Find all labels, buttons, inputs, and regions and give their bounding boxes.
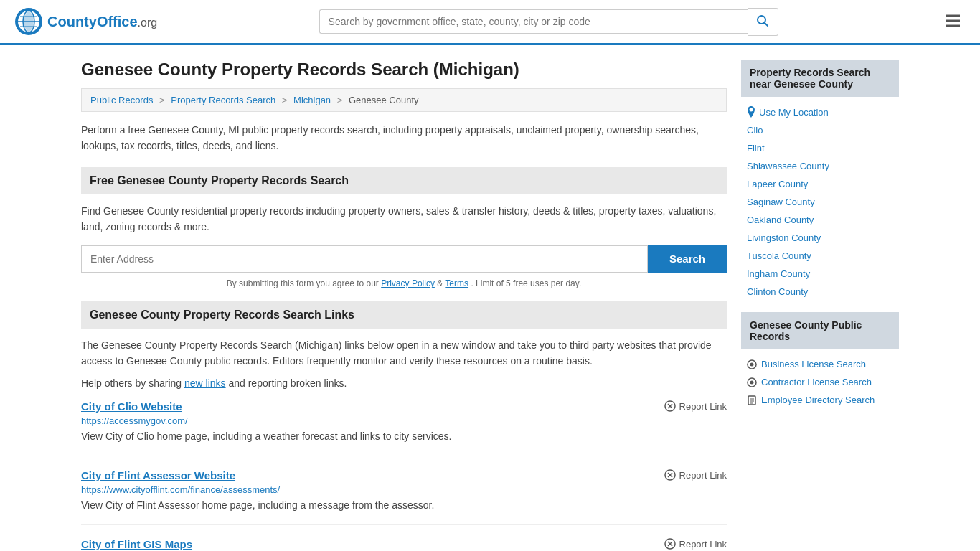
menu-button[interactable] xyxy=(940,8,966,36)
address-input[interactable] xyxy=(81,245,648,273)
links-section: Genesee County Property Records Search L… xyxy=(81,301,727,551)
hamburger-icon xyxy=(944,12,961,29)
links-section-header: Genesee County Property Records Search L… xyxy=(81,301,727,329)
sidebar-nearby-section: Property Records Search near Genesee Cou… xyxy=(741,60,899,301)
svg-point-21 xyxy=(750,362,754,366)
free-search-description: Find Genesee County residential property… xyxy=(81,203,727,235)
sidebar-link-shiawassee[interactable]: Shiawassee County xyxy=(741,157,899,175)
gear-icon xyxy=(747,359,757,369)
page-description: Perform a free Genesee County, MI public… xyxy=(81,122,727,154)
disclaimer-limit: . Limit of 5 free uses per day. xyxy=(471,278,581,288)
main-layout: Genesee County Property Records Search (… xyxy=(67,45,913,551)
sidebar-nearby-header: Property Records Search near Genesee Cou… xyxy=(741,60,899,97)
link-item-title: City of Flint GIS Maps xyxy=(81,538,192,550)
disclaimer-and: & xyxy=(437,278,445,288)
share-suffix: and reporting broken links. xyxy=(228,377,347,389)
svg-point-23 xyxy=(750,380,754,384)
logo-text[interactable]: CountyOffice.org xyxy=(47,14,157,30)
link-item-url: https://www.cityofflint.com/finance/asse… xyxy=(81,484,727,495)
breadcrumb: Public Records > Property Records Search… xyxy=(81,88,727,112)
report-link-button[interactable]: Report Link xyxy=(664,538,727,550)
privacy-policy-link[interactable]: Privacy Policy xyxy=(381,278,435,288)
logo-area: CountyOffice.org xyxy=(14,7,157,36)
link-item-title: City of Flint Assessor Website xyxy=(81,469,235,481)
link-item: City of Flint Assessor Website Report Li… xyxy=(81,469,727,525)
link-item-header: City of Flint GIS Maps Report Link xyxy=(81,538,727,550)
free-search-header: Free Genesee County Property Records Sea… xyxy=(81,167,727,194)
header-search-button[interactable] xyxy=(748,8,778,36)
link-item: City of Clio Website Report Link https:/… xyxy=(81,400,727,456)
link-item-url: https://accessmygov.com/ xyxy=(81,415,727,426)
breadcrumb-public-records[interactable]: Public Records xyxy=(90,95,153,105)
header: CountyOffice.org xyxy=(0,0,980,45)
new-links-link[interactable]: new links xyxy=(184,377,226,389)
search-button[interactable]: Search xyxy=(648,245,727,273)
sidebar-business-license[interactable]: Business License Search xyxy=(741,355,899,373)
share-links: Help others by sharing new links and rep… xyxy=(81,377,727,389)
link-item: City of Flint GIS Maps Report Link xyxy=(81,538,727,551)
breadcrumb-property-records-search[interactable]: Property Records Search xyxy=(171,95,275,105)
sidebar-public-records-header: Genesee County Public Records xyxy=(741,312,899,349)
report-icon xyxy=(664,400,676,412)
share-text: Help others by sharing xyxy=(81,377,182,389)
link-item-title: City of Clio Website xyxy=(81,400,182,413)
breadcrumb-current: Genesee County xyxy=(349,95,419,105)
file-icon xyxy=(747,395,757,405)
report-link-button[interactable]: Report Link xyxy=(664,469,727,481)
sidebar-link-tuscola[interactable]: Tuscola County xyxy=(741,247,899,265)
report-link-label: Report Link xyxy=(679,539,727,550)
report-link-button[interactable]: Report Link xyxy=(664,400,727,412)
gear-icon xyxy=(747,377,757,387)
sidebar-link-flint[interactable]: Flint xyxy=(741,139,899,157)
links-description: The Genesee County Property Records Sear… xyxy=(81,337,727,369)
sidebar-link-ingham[interactable]: Ingham County xyxy=(741,265,899,283)
page-title: Genesee County Property Records Search (… xyxy=(81,60,727,80)
link-item-title-link[interactable]: City of Flint GIS Maps xyxy=(81,538,192,550)
sidebar-link-oakland[interactable]: Oakland County xyxy=(741,211,899,229)
svg-line-7 xyxy=(764,22,768,26)
sidebar: Property Records Search near Genesee Cou… xyxy=(741,60,899,551)
sidebar-contractor-license[interactable]: Contractor License Search xyxy=(741,373,899,391)
sidebar-link-lapeer[interactable]: Lapeer County xyxy=(741,175,899,193)
sidebar-employee-directory[interactable]: Employee Directory Search xyxy=(741,391,899,409)
location-pin-icon xyxy=(747,106,755,118)
breadcrumb-sep-1: > xyxy=(159,95,165,105)
free-search-section: Free Genesee County Property Records Sea… xyxy=(81,167,727,288)
sidebar-link-clinton[interactable]: Clinton County xyxy=(741,283,899,301)
terms-link[interactable]: Terms xyxy=(445,278,468,288)
logo-icon xyxy=(14,7,43,36)
business-license-link[interactable]: Business License Search xyxy=(761,359,866,369)
report-icon xyxy=(664,469,676,481)
link-item-title-link[interactable]: City of Clio Website xyxy=(81,400,182,413)
disclaimer-text: By submitting this form you agree to our xyxy=(227,278,379,288)
report-link-label: Report Link xyxy=(679,470,727,481)
content-area: Genesee County Property Records Search (… xyxy=(81,60,727,551)
report-icon xyxy=(664,538,676,550)
report-link-label: Report Link xyxy=(679,401,727,412)
header-search-input[interactable] xyxy=(319,9,748,34)
breadcrumb-michigan[interactable]: Michigan xyxy=(293,95,331,105)
sidebar-link-saginaw[interactable]: Saginaw County xyxy=(741,193,899,211)
use-location-label: Use My Location xyxy=(759,107,829,118)
link-item-description: View City of Flint Assessor home page, i… xyxy=(81,498,727,513)
link-item-header: City of Clio Website Report Link xyxy=(81,400,727,413)
link-item-header: City of Flint Assessor Website Report Li… xyxy=(81,469,727,481)
address-search-form: Search xyxy=(81,245,727,273)
employee-directory-link[interactable]: Employee Directory Search xyxy=(761,395,875,405)
breadcrumb-sep-3: > xyxy=(337,95,343,105)
search-icon xyxy=(756,14,769,27)
sidebar-link-livingston[interactable]: Livingston County xyxy=(741,229,899,247)
breadcrumb-sep-2: > xyxy=(282,95,288,105)
form-disclaimer: By submitting this form you agree to our… xyxy=(81,278,727,288)
link-item-description: View City of Clio home page, including a… xyxy=(81,429,727,444)
contractor-license-link[interactable]: Contractor License Search xyxy=(761,377,872,387)
search-bar-area xyxy=(319,8,778,36)
link-item-title-link[interactable]: City of Flint Assessor Website xyxy=(81,469,235,481)
sidebar-link-clio[interactable]: Clio xyxy=(741,121,899,139)
sidebar-public-records-section: Genesee County Public Records Business L… xyxy=(741,312,899,409)
use-my-location-link[interactable]: Use My Location xyxy=(741,103,899,121)
